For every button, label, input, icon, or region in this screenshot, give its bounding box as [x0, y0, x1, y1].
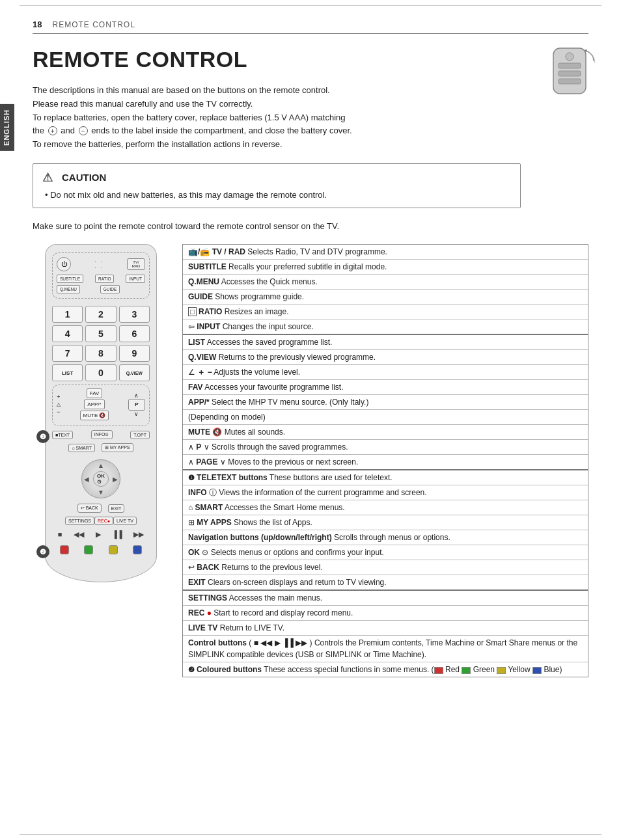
nav-left-icon[interactable]: ◀: [84, 476, 89, 483]
svg-point-1: [566, 53, 573, 61]
desc-myapps-label: MY APPS: [197, 518, 231, 527]
desc-app: APP/* Select the MHP TV menu source. (On…: [183, 395, 588, 410]
num-4-button[interactable]: 4: [52, 325, 83, 342]
input-button[interactable]: INPUT: [126, 275, 145, 283]
desc-coloured-text: These access special functions in some m…: [262, 665, 434, 674]
desc-input-text: Changes the input source.: [220, 322, 313, 331]
rec-button[interactable]: REC●: [94, 517, 113, 525]
fav-button[interactable]: FAV: [87, 388, 103, 398]
vol-fav-row: + △ − FAV APP/* MUTE 🔇 ∧ P ∨: [57, 388, 145, 420]
desc-qmenu-label: Q.MENU: [188, 277, 219, 286]
desc-qview: Q.VIEW Returns to the previously viewed …: [183, 350, 588, 365]
settings-button[interactable]: SETTINGS: [65, 517, 94, 525]
remote-svg: [540, 45, 599, 97]
caution-bullet: •: [45, 190, 50, 200]
qview-button[interactable]: Q.VIEW: [119, 364, 150, 381]
desc-line1: The descriptions in this manual are base…: [33, 84, 475, 98]
desc-qview-text: Returns to the previously viewed program…: [216, 353, 376, 362]
desc-qmenu-text: Accesses the Quick menus.: [219, 277, 318, 286]
nav-up-icon[interactable]: ▲: [98, 462, 104, 469]
caution-text: • Do not mix old and new batteries, as t…: [45, 189, 508, 202]
num-5-button[interactable]: 5: [85, 325, 116, 342]
nav-right-icon[interactable]: ▶: [113, 476, 118, 483]
subtitle-button[interactable]: SUBTITLE: [57, 275, 83, 283]
desc-control: Control buttons ( ■ ◀◀ ▶ ▐▐ ▶▶ ) Control…: [183, 636, 588, 662]
desc-guide-text: Shows programme guide.: [213, 292, 304, 301]
desc-app-label: APP/*: [188, 398, 210, 407]
red-label: Red: [443, 665, 462, 674]
num-6-button[interactable]: 6: [119, 325, 150, 342]
page-container: ENGLISH 18 REMOTE CONTROL REMOTE CONTROL…: [0, 0, 621, 840]
desc-mute-icon: 🔇: [210, 427, 222, 437]
num-1-button[interactable]: 1: [52, 306, 83, 323]
tv-rad-button[interactable]: TV/RAD: [127, 258, 145, 270]
desc-ok-text: Selects menus or options and confirms yo…: [208, 548, 383, 557]
yellow-button[interactable]: [109, 545, 118, 554]
fast-forward-button[interactable]: ▶▶: [133, 530, 144, 539]
media-buttons: ■ ◀◀ ▶ ▐▐ ▶▶: [52, 530, 150, 539]
text-button[interactable]: ■TEXT: [52, 431, 73, 439]
desc-back-text: Returns to the previous level.: [219, 563, 323, 572]
play-button[interactable]: ▶: [96, 530, 101, 539]
caution-title: CAUTION: [42, 170, 508, 185]
main-content: ⏻ · · · · TV/RAD SUBTITLE RATIO INPUT: [33, 244, 588, 677]
qmenu-button[interactable]: Q.MENU: [57, 285, 80, 293]
red-button[interactable]: [60, 545, 69, 554]
circle-2-area: ❷: [52, 543, 150, 556]
guide-button[interactable]: GUIDE: [100, 285, 120, 293]
smart-myapps-row: ⌂ SMART ⊞ MY APPS: [68, 443, 133, 452]
desc-info-icon: ⓘ: [207, 488, 217, 497]
ok-button[interactable]: OK⊙: [93, 471, 109, 487]
caution-label: CAUTION: [62, 172, 106, 183]
mute-button[interactable]: MUTE 🔇: [80, 411, 109, 420]
desc-livetv-text: Return to LIVE TV.: [217, 623, 284, 632]
desc-rec-dot: ●: [204, 608, 212, 617]
desc-exit-label: EXIT: [188, 578, 206, 587]
stop-button[interactable]: ■: [58, 530, 62, 539]
back-button[interactable]: ↩ BACK: [77, 504, 102, 513]
desc-app-note: (Depending on model): [183, 410, 588, 425]
caution-box: CAUTION • Do not mix old and new batteri…: [33, 163, 521, 209]
desc-ratio-text: Resizes an image.: [222, 307, 288, 316]
remote-illustration: [540, 45, 605, 103]
desc-page-scroll-icon: ∧: [188, 442, 196, 452]
topt-button[interactable]: T.OPT: [130, 431, 150, 439]
back-exit-row: ↩ BACK EXIT: [77, 504, 125, 513]
desc-subtitle-label: SUBTITLE: [188, 262, 227, 271]
desc-tv-rad-icon: 📺/📻: [188, 247, 212, 256]
desc-teletext-label: TELETEXT buttons: [197, 473, 268, 482]
page-p-button[interactable]: P: [128, 399, 145, 411]
pause-button[interactable]: ▐▐: [112, 530, 122, 539]
rewind-button[interactable]: ◀◀: [74, 530, 84, 539]
blue-button[interactable]: [133, 545, 142, 554]
desc-control-text: ( ■ ◀◀ ▶ ▐▐ ▶▶ ) Controls the Premium co…: [188, 638, 577, 659]
exit-button[interactable]: EXIT: [108, 504, 125, 513]
desc-fav-text: Accesses your favourite programme list.: [202, 383, 343, 392]
nav-down-icon[interactable]: ▼: [98, 489, 104, 496]
desc-coloured: ❷ Coloured buttons These access special …: [183, 662, 588, 677]
desc-exit: EXIT Clears on-screen displays and retur…: [183, 575, 588, 591]
live-tv-button[interactable]: LIVE TV: [113, 517, 137, 525]
smart-button[interactable]: ⌂ SMART: [68, 444, 95, 452]
description-text: The descriptions in this manual are base…: [33, 84, 475, 152]
power-button[interactable]: ⏻: [57, 257, 71, 271]
desc-tv-rad-text: Selects Radio, TV and DTV programme.: [245, 247, 387, 256]
app-button[interactable]: APP/*: [84, 400, 104, 409]
num-9-button[interactable]: 9: [119, 345, 150, 362]
nav-circle[interactable]: ▲ ▼ ◀ ▶ OK⊙: [81, 459, 120, 498]
desc-guide: GUIDE Shows programme guide.: [183, 290, 588, 305]
desc-line4b: and: [61, 126, 75, 135]
num-3-button[interactable]: 3: [119, 306, 150, 323]
num-2-button[interactable]: 2: [85, 306, 116, 323]
ratio-button[interactable]: RATIO: [95, 275, 114, 283]
myapps-button[interactable]: ⊞ MY APPS: [102, 443, 133, 452]
desc-page-move-icon2: ∨: [217, 457, 225, 467]
green-button[interactable]: [84, 545, 93, 554]
num-8-button[interactable]: 8: [85, 345, 116, 362]
list-button[interactable]: LIST: [52, 364, 83, 381]
desc-settings-label: SETTINGS: [188, 593, 227, 603]
num-0-button[interactable]: 0: [85, 364, 116, 381]
vol-column: + △ −: [57, 394, 61, 415]
num-7-button[interactable]: 7: [52, 345, 83, 362]
info-button[interactable]: INFO⊙: [91, 430, 113, 439]
